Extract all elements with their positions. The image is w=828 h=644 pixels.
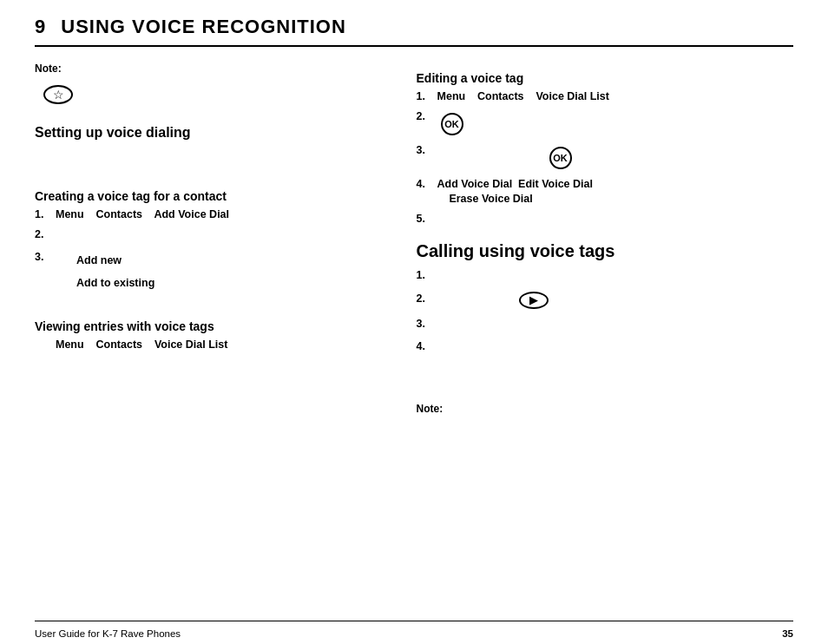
ok-button-icon-3: OK xyxy=(549,147,572,169)
creating-list: 1. Menu Contacts Add Voice Dial 2. 3. Ad… xyxy=(35,207,382,294)
list-item: 3. Add new Add to existing xyxy=(35,250,382,294)
list-item: 5. xyxy=(417,212,793,227)
call-button-icon: ▶ xyxy=(519,292,549,309)
left-column: Note: ☆ Setting up voice dialing Creatin… xyxy=(35,47,399,621)
editing-voice-tag-heading: Editing a voice tag xyxy=(417,71,793,85)
chapter-number: 9 xyxy=(35,16,45,37)
page-footer: User Guide for K-7 Rave Phones 35 xyxy=(35,621,793,644)
list-item: 1. Menu Contacts Voice Dial List xyxy=(417,89,793,105)
calling-list: 1. 2. ▶ 3. xyxy=(417,268,793,355)
footer-page-number: 35 xyxy=(782,628,793,639)
list-item: 2. xyxy=(35,227,382,243)
setting-up-heading: Setting up voice dialing xyxy=(35,125,382,141)
footer-guide-text: User Guide for K-7 Rave Phones xyxy=(35,628,181,639)
viewing-entries-text: Menu Contacts Voice Dial List xyxy=(56,338,382,351)
phone-icon-note: ☆ xyxy=(35,80,382,113)
phone-button-icon: ☆ xyxy=(43,85,73,104)
list-item: 4. xyxy=(417,339,793,355)
add-to-existing-option: Add to existing xyxy=(76,276,382,292)
list-item: 1. Menu Contacts Add Voice Dial xyxy=(35,207,382,223)
list-item: 1. xyxy=(417,268,793,284)
ok-button-icon-2: OK xyxy=(441,113,463,135)
list-item: 2. OK xyxy=(417,109,793,139)
viewing-entries-heading: Viewing entries with voice tags xyxy=(35,319,382,333)
creating-voice-tag-heading: Creating a voice tag for a contact xyxy=(35,189,382,203)
chapter-title: Using Voice Recognition xyxy=(61,16,346,37)
note-label-left: Note: xyxy=(35,62,382,75)
note-label-right: Note: xyxy=(417,403,793,415)
list-item: 3. xyxy=(417,317,793,332)
list-item: 3. OK xyxy=(417,143,793,173)
main-content: Note: ☆ Setting up voice dialing Creatin… xyxy=(35,47,793,621)
editing-list: 1. Menu Contacts Voice Dial List 2. OK 3… xyxy=(417,89,793,227)
list-item: 4. Add Voice Dial Edit Voice Dial Erase … xyxy=(417,177,793,207)
add-new-option: Add new xyxy=(76,253,382,269)
calling-voice-tags-heading: Calling using voice tags xyxy=(417,241,793,261)
page-header: 9Using Voice Recognition xyxy=(35,0,793,47)
right-column: Editing a voice tag 1. Menu Contacts Voi… xyxy=(399,47,793,621)
list-item: 2. ▶ xyxy=(417,292,793,309)
